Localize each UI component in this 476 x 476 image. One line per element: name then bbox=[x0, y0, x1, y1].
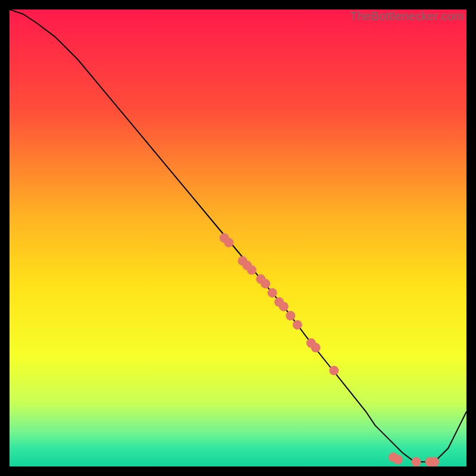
scatter-point bbox=[293, 320, 302, 330]
scatter-point bbox=[279, 302, 289, 311]
chart-frame: TheBottlenecker.com bbox=[10, 10, 466, 466]
scatter-point bbox=[393, 455, 403, 465]
scatter-point bbox=[430, 457, 439, 466]
scatter-point bbox=[286, 311, 295, 321]
chart-svg bbox=[10, 10, 466, 466]
scatter-point bbox=[329, 366, 339, 375]
watermark-text: TheBottlenecker.com bbox=[350, 10, 464, 23]
scatter-point bbox=[261, 279, 270, 289]
scatter-point bbox=[268, 288, 277, 298]
scatter-point bbox=[311, 343, 321, 352]
scatter-point bbox=[247, 265, 256, 275]
scatter-point bbox=[224, 238, 234, 248]
chart-background bbox=[10, 10, 466, 466]
scatter-point bbox=[412, 457, 421, 466]
